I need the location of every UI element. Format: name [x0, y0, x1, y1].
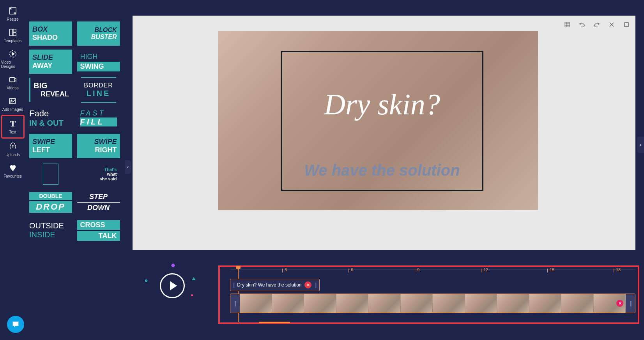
ruler-mark: 3: [285, 267, 287, 272]
text-option-frame[interactable]: [29, 162, 72, 186]
chat-button[interactable]: [7, 316, 24, 333]
sidebar-item-resize[interactable]: Resize: [1, 3, 25, 25]
grid-icon[interactable]: [564, 21, 571, 28]
sidebar-label: Text: [9, 130, 16, 134]
chat-icon: [11, 320, 20, 329]
timeline-scroll-strip[interactable]: [259, 322, 290, 323]
videos-icon: [8, 75, 18, 84]
video-thumbnail: [561, 294, 594, 313]
confetti-icon: [191, 294, 193, 296]
text-option-swipe-left[interactable]: SWIPE LEFT: [29, 134, 72, 158]
svg-rect-10: [625, 23, 628, 27]
text-option-fade-in-out[interactable]: Fade IN & OUT: [29, 106, 72, 130]
add-images-icon: [8, 96, 18, 106]
text-option-double-drop[interactable]: DOUBLE DROP: [29, 190, 72, 214]
video-headline[interactable]: Dry skin?: [282, 87, 482, 121]
text-track[interactable]: || Dry skin? We have the solution ✕ ||: [230, 279, 635, 291]
templates-icon: [8, 28, 18, 37]
video-thumbnail: [368, 294, 401, 313]
canvas-toolbar: [564, 21, 630, 28]
clip-remove-button[interactable]: ✕: [616, 300, 623, 307]
text-option-border-line[interactable]: BORDER LINE: [77, 78, 120, 102]
redo-icon[interactable]: [593, 21, 600, 28]
resize-icon: [8, 6, 18, 16]
ruler-mark: 9: [417, 267, 419, 272]
fullscreen-icon[interactable]: [623, 21, 630, 28]
text-option-quote[interactable]: That's what she said: [77, 162, 120, 186]
video-thumbnail: [304, 294, 336, 313]
play-area: [148, 262, 199, 312]
confetti-icon: [192, 277, 196, 280]
clip-handle-right[interactable]: ||: [626, 294, 635, 313]
close-icon[interactable]: [608, 21, 615, 28]
video-thumbnail: [433, 294, 465, 313]
svg-rect-3: [13, 33, 16, 36]
text-option-step-down[interactable]: STEP DOWN: [77, 190, 120, 214]
timeline-ruler[interactable]: 3 6 9 12 15 18: [230, 269, 635, 276]
text-option-cross-talk[interactable]: CROSS TALK: [77, 218, 120, 242]
text-option-block-buster[interactable]: BLOCK BUSTER: [77, 21, 120, 46]
text-option-high-swing[interactable]: HIGH SWING: [77, 50, 120, 74]
sidebar-label: Templates: [4, 39, 22, 43]
video-thumbnail: [272, 294, 304, 313]
video-track-container[interactable]: || ✕ ||: [230, 294, 635, 313]
video-thumbnail: [529, 294, 562, 313]
sidebar-item-videos[interactable]: Videos: [1, 72, 25, 93]
sidebar-label: Uploads: [5, 153, 20, 157]
text-option-big-reveal[interactable]: BIG REVEAL: [29, 78, 72, 102]
right-expand-button[interactable]: ‹: [637, 137, 644, 153]
main-sidebar: Resize Templates Video Designs Videos Ad…: [0, 0, 25, 340]
sidebar-item-uploads[interactable]: Uploads: [1, 139, 25, 160]
ruler-mark: 15: [550, 267, 554, 272]
sidebar-item-add-images[interactable]: Add Images: [1, 93, 25, 115]
text-options-panel: BOX SHADO BLOCK BUSTER SLIDE AWAY HIGH S…: [25, 0, 125, 258]
svg-rect-1: [9, 29, 12, 36]
ruler-mark: 18: [616, 267, 621, 272]
canvas-area: Dry skin? We have the solution: [133, 16, 635, 250]
text-clip[interactable]: || Dry skin? We have the solution ✕ ||: [230, 279, 320, 291]
video-clip[interactable]: || ✕ ||: [230, 294, 635, 313]
svg-rect-7: [9, 99, 15, 104]
text-option-swipe-right[interactable]: SWIPE RIGHT: [77, 134, 120, 158]
sidebar-label: Add Images: [2, 107, 23, 112]
panel-collapse-button[interactable]: ‹: [125, 160, 131, 174]
svg-marker-5: [12, 52, 14, 55]
video-subline[interactable]: We have the solution: [282, 162, 482, 179]
text-option-outside-inside[interactable]: OUTSIDE INSIDE: [29, 218, 72, 242]
video-text-frame[interactable]: Dry skin? We have the solution: [281, 51, 483, 191]
svg-text:T: T: [10, 119, 16, 128]
video-thumbnail: [336, 294, 369, 313]
video-designs-icon: [8, 49, 18, 59]
sidebar-item-favourites[interactable]: Favourites: [1, 160, 25, 182]
undo-icon[interactable]: [579, 21, 586, 28]
sidebar-item-video-designs[interactable]: Video Designs: [1, 46, 25, 72]
svg-rect-6: [9, 78, 14, 82]
play-icon: [170, 281, 177, 290]
text-option-fast-fill[interactable]: FAST FILL: [77, 106, 120, 130]
favourites-icon: [8, 163, 18, 173]
text-clip-label: Dry skin? We have the solution: [237, 282, 301, 288]
video-thumbnail: [497, 294, 529, 313]
clip-handle-left[interactable]: ||: [230, 294, 240, 313]
clip-handle-left[interactable]: ||: [233, 282, 234, 288]
video-thumbnail: [401, 294, 433, 313]
play-button[interactable]: [160, 273, 185, 298]
svg-point-8: [11, 100, 12, 101]
text-option-box-shadow[interactable]: BOX SHADO: [29, 21, 72, 46]
text-option-slide-away[interactable]: SLIDE AWAY: [29, 50, 72, 74]
video-canvas[interactable]: Dry skin? We have the solution: [218, 31, 538, 210]
sidebar-label: Resize: [7, 17, 19, 21]
sidebar-label: Favourites: [4, 174, 22, 178]
sidebar-item-text[interactable]: T Text: [1, 115, 25, 139]
video-thumbnails: [240, 294, 626, 313]
sidebar-item-templates[interactable]: Templates: [1, 25, 25, 46]
clip-remove-button[interactable]: ✕: [304, 281, 311, 288]
svg-rect-2: [13, 29, 16, 32]
video-thumbnail: [240, 294, 272, 313]
sidebar-label: Videos: [7, 86, 18, 90]
text-icon: T: [8, 119, 18, 128]
confetti-icon: [145, 279, 147, 282]
ruler-mark: 12: [483, 267, 488, 272]
clip-handle-right[interactable]: ||: [315, 282, 316, 288]
confetti-icon: [171, 263, 175, 267]
